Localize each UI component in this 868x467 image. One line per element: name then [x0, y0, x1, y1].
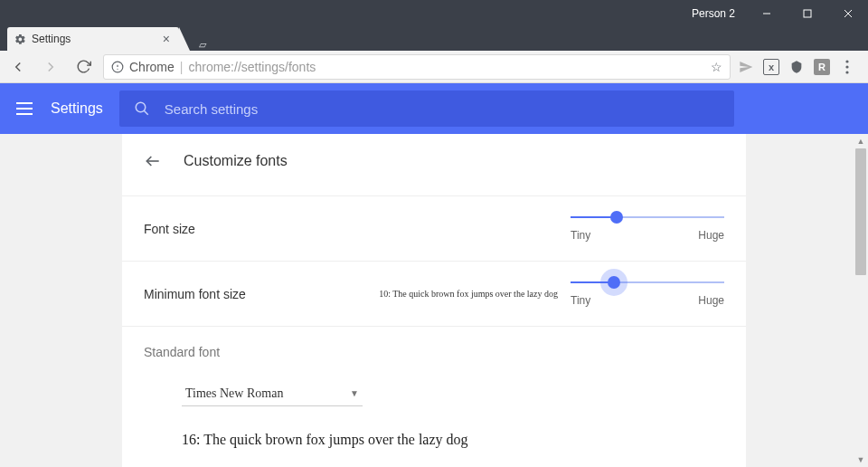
settings-title: Settings [51, 100, 103, 117]
bookmark-star-icon[interactable]: ☆ [711, 60, 722, 74]
search-icon [134, 100, 150, 117]
svg-rect-1 [804, 10, 811, 17]
page-title: Customize fonts [184, 153, 288, 169]
back-button[interactable] [5, 54, 31, 80]
dropdown-value: Times New Roman [185, 386, 283, 401]
slider-thumb[interactable] [608, 276, 620, 289]
search-box[interactable] [119, 91, 734, 127]
content-area: Customize fonts Font size Tiny Huge Mini… [0, 134, 868, 467]
window-minimize-button[interactable] [746, 0, 787, 27]
slider-max-label: Huge [698, 229, 724, 242]
tab-title: Settings [32, 33, 161, 45]
standard-font-section: Standard font Times New Roman ▼ 16: The … [122, 326, 746, 455]
min-font-size-slider[interactable]: Tiny Huge [571, 281, 724, 307]
min-font-size-preview: 10: The quick brown fox jumps over the l… [325, 289, 571, 299]
extension-send-icon[interactable] [738, 59, 754, 75]
min-font-size-row: Minimum font size 10: The quick brown fo… [122, 261, 746, 326]
settings-header: Settings [0, 83, 868, 134]
chevron-down-icon: ▼ [350, 388, 359, 398]
profile-label[interactable]: Person 2 [692, 7, 735, 20]
scroll-up-button[interactable]: ▲ [854, 134, 868, 148]
browser-tab[interactable]: Settings × [7, 27, 179, 51]
reload-button[interactable] [71, 54, 96, 80]
search-input[interactable] [165, 101, 720, 117]
standard-font-dropdown[interactable]: Times New Roman ▼ [182, 381, 363, 406]
min-font-size-label: Minimum font size [144, 287, 325, 301]
tab-close-button[interactable]: × [161, 32, 172, 46]
scrollbar[interactable]: ▲ ▼ [854, 134, 868, 467]
window-close-button[interactable] [827, 0, 868, 27]
scrollbar-thumb[interactable] [855, 148, 866, 275]
slider-min-label: Tiny [571, 294, 590, 307]
browser-menu-button[interactable] [839, 59, 855, 75]
tab-strip: Settings × ▱ [0, 27, 868, 51]
new-tab-button[interactable]: ▱ [199, 39, 206, 51]
extension-x-icon[interactable]: x [763, 59, 779, 75]
panel-header: Customize fonts [122, 134, 746, 195]
forward-button[interactable] [38, 54, 63, 80]
extension-icons: x R [738, 59, 863, 75]
url-text: chrome://settings/fonts [188, 60, 705, 74]
scroll-down-button[interactable]: ▼ [854, 453, 868, 467]
slider-min-label: Tiny [571, 229, 590, 242]
svg-point-7 [845, 60, 848, 62]
url-divider: | [180, 60, 184, 74]
extension-shield-icon[interactable] [788, 59, 805, 75]
svg-point-13 [136, 102, 146, 112]
gear-icon [14, 33, 26, 45]
address-bar[interactable]: Chrome | chrome://settings/fonts ☆ [103, 54, 731, 80]
back-arrow-button[interactable] [144, 152, 162, 170]
svg-point-6 [117, 68, 118, 69]
slider-thumb[interactable] [610, 211, 623, 224]
standard-font-label: Standard font [144, 345, 724, 359]
slider-max-label: Huge [698, 294, 724, 307]
svg-point-8 [845, 65, 848, 68]
toolbar: Chrome | chrome://settings/fonts ☆ x R [0, 51, 868, 83]
extension-r-icon[interactable]: R [814, 59, 830, 75]
font-size-slider[interactable]: Tiny Huge [571, 216, 724, 242]
font-size-row: Font size Tiny Huge [122, 195, 746, 261]
window-titlebar: Person 2 [0, 0, 868, 27]
site-info-icon[interactable] [111, 61, 124, 73]
url-scheme-label: Chrome [129, 60, 175, 74]
menu-button[interactable] [16, 102, 34, 115]
settings-panel: Customize fonts Font size Tiny Huge Mini… [122, 134, 746, 467]
svg-point-9 [845, 71, 848, 73]
window-maximize-button[interactable] [787, 0, 827, 27]
svg-line-14 [144, 110, 148, 115]
font-size-label: Font size [144, 222, 325, 236]
standard-font-preview: 16: The quick brown fox jumps over the l… [182, 432, 724, 448]
